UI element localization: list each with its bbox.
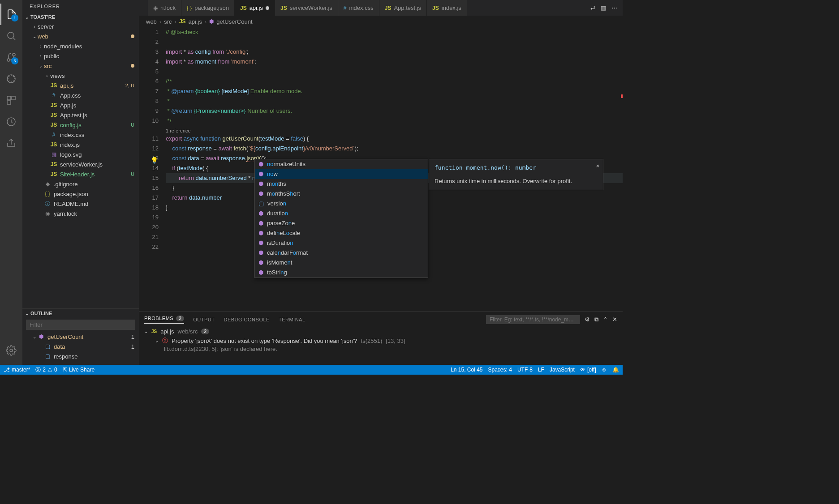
breadcrumb-item[interactable]: getUserCount [216, 18, 252, 25]
editor-body[interactable]: 12345678910111213141516171819202122 💡 //… [139, 27, 623, 311]
section-project[interactable]: ⌄TOAST'RE [22, 13, 139, 21]
activity-explorer[interactable]: 1 [0, 4, 22, 25]
tab-index-js[interactable]: JSindex.js [427, 0, 467, 16]
activity-timeline[interactable] [0, 111, 22, 132]
tree-item-index-css[interactable]: #index.css [22, 130, 139, 140]
status-eol[interactable]: LF [538, 367, 544, 373]
problems-filter-input[interactable] [486, 315, 580, 324]
tree-item-yarn-lock[interactable]: ◉yarn.lock [22, 209, 139, 218]
code-line[interactable]: * @param {boolean} [testMode] Enable dem… [166, 86, 623, 96]
tree-item--gitignore[interactable]: ◆.gitignore [22, 179, 139, 189]
status-encoding[interactable]: UTF-8 [517, 367, 533, 373]
code-line[interactable]: */ [166, 116, 623, 126]
problem-subitem[interactable]: lib.dom.d.ts[2230, 5]: 'json' is declare… [144, 346, 617, 352]
activity-scm[interactable]: 5 [0, 47, 22, 68]
suggest-item-now[interactable]: ⬢now [255, 169, 428, 179]
tree-item-server[interactable]: ›server [22, 21, 139, 31]
panel-tab-problems[interactable]: PROBLEMS2 [144, 316, 184, 324]
filter-settings-icon[interactable]: ⚙ [585, 316, 590, 323]
panel-maximize-icon[interactable]: ⌃ [603, 316, 608, 323]
status-bell[interactable]: 🔔 [612, 367, 619, 373]
tree-item-App-test-js[interactable]: JSApp.test.js [22, 110, 139, 120]
suggest-item-monthsShort[interactable]: ⬢monthsShort [255, 189, 428, 199]
activity-search[interactable] [0, 25, 22, 47]
status-liveshare[interactable]: ⇱Live Share [63, 367, 95, 373]
outline-item-response[interactable]: ▢response [22, 351, 139, 361]
outline-filter-input[interactable] [26, 320, 135, 330]
code-line[interactable]: /** [166, 77, 623, 86]
suggest-item-version[interactable]: ▢version [255, 199, 428, 209]
suggest-item-duration[interactable]: ⬢duration [255, 209, 428, 218]
tab-index-css[interactable]: #index.css [338, 0, 379, 16]
activity-share[interactable] [0, 132, 22, 154]
codelens[interactable]: 1 reference [166, 126, 623, 134]
tab-n-lock[interactable]: ◉n.lock [148, 0, 181, 16]
tab-serviceWorker-js[interactable]: JSserviceWorker.js [275, 0, 338, 16]
tree-item-src[interactable]: ⌄src [22, 61, 139, 71]
tree-item-logo-svg[interactable]: ▧logo.svg [22, 149, 139, 159]
suggest-item-months[interactable]: ⬢months [255, 179, 428, 189]
breadcrumb-item[interactable]: web [146, 18, 157, 25]
suggest-item-isMoment[interactable]: ⬢isMoment [255, 258, 428, 268]
tree-item-api-js[interactable]: JSapi.js2, U [22, 81, 139, 90]
status-lang[interactable]: JavaScript [550, 367, 575, 373]
split-icon[interactable]: ▥ [601, 4, 606, 11]
suggest-item-toString[interactable]: ⬢toString [255, 268, 428, 278]
collapse-all-icon[interactable]: ⧉ [594, 316, 598, 323]
tab-App-test-js[interactable]: JSApp.test.js [379, 0, 427, 16]
tree-item-README-md[interactable]: ⓘREADME.md [22, 199, 139, 209]
tree-item-public[interactable]: ›public [22, 51, 139, 61]
tree-item-App-css[interactable]: #App.css [22, 90, 139, 100]
tree-item-serviceWorker-js[interactable]: JSserviceWorker.js [22, 159, 139, 169]
suggest-item-defineLocale[interactable]: ⬢defineLocale [255, 228, 428, 238]
breadcrumbs[interactable]: web›src›JSapi.js›⬢getUserCount [139, 16, 623, 27]
more-icon[interactable]: ⋯ [611, 4, 617, 11]
activity-extensions[interactable] [0, 90, 22, 111]
close-icon[interactable]: × [596, 161, 599, 171]
panel-tab-output[interactable]: OUTPUT [193, 317, 215, 322]
breadcrumb-item[interactable]: src [164, 18, 172, 25]
tab-api-js[interactable]: JSapi.js [235, 0, 275, 16]
panel-close-icon[interactable]: ✕ [612, 316, 617, 323]
status-spaces[interactable]: Spaces: 4 [488, 367, 512, 373]
code-line[interactable]: import * as moment from 'moment'; [166, 57, 623, 67]
panel-tab-debug[interactable]: DEBUG CONSOLE [224, 317, 269, 322]
tree-item-SiteHeader-js[interactable]: JSSiteHeader.jsU [22, 169, 139, 179]
code-line[interactable]: import * as config from './config'; [166, 47, 623, 57]
tree-item-web[interactable]: ⌄web [22, 31, 139, 41]
code-line[interactable]: const response = await fetch(`${config.a… [166, 144, 623, 154]
code[interactable]: 💡 // @ts-checkimport * as config from '.… [166, 27, 623, 311]
problem-file-row[interactable]: ⌄ JS api.js web/src 2 [144, 327, 617, 336]
status-branch[interactable]: ⎇master* [4, 367, 30, 373]
activity-settings[interactable] [0, 340, 22, 361]
status-feedback[interactable]: ☺ [602, 367, 607, 373]
tree-item-App-js[interactable]: JSApp.js [22, 100, 139, 110]
lightbulb-icon[interactable]: 💡 [151, 155, 158, 165]
panel-tab-terminal[interactable]: TERMINAL [279, 317, 305, 322]
section-outline[interactable]: ⌄OUTLINE [22, 308, 139, 318]
outline-item-getUserCount[interactable]: ⌄⬢getUserCount1 [22, 332, 139, 342]
breadcrumb-item[interactable]: api.js [189, 18, 202, 25]
error-marker[interactable] [621, 94, 623, 98]
outline-item-data[interactable]: ▢data1 [22, 342, 139, 351]
status-errors[interactable]: ⓧ2 ⚠0 [35, 366, 57, 374]
code-line[interactable]: export async function getUserCount(testM… [166, 134, 623, 144]
tree-item-views[interactable]: ›views [22, 71, 139, 81]
tab-package-json[interactable]: { }package.json [181, 0, 235, 16]
suggest-widget[interactable]: ⬢normalizeUnits⬢now⬢months⬢monthsShort▢v… [254, 159, 428, 278]
suggest-item-isDuration[interactable]: ⬢isDuration [255, 238, 428, 248]
tree-item-config-js[interactable]: JSconfig.jsU [22, 120, 139, 130]
code-line[interactable]: // @ts-check [166, 27, 623, 37]
tree-item-node_modules[interactable]: ›node_modules [22, 41, 139, 51]
suggest-item-parseZone[interactable]: ⬢parseZone [255, 218, 428, 228]
suggest-item-calendarFormat[interactable]: ⬢calendarFormat [255, 248, 428, 258]
code-line[interactable]: * @return {Promise<number>} Number of us… [166, 106, 623, 116]
tree-item-index-js[interactable]: JSindex.js [22, 140, 139, 149]
code-line[interactable] [166, 67, 623, 77]
code-line[interactable]: * [166, 96, 623, 106]
problem-item[interactable]: ⌄ ⓧ Property 'jsonX' does not exist on t… [144, 336, 617, 346]
status-ts[interactable]: 👁[off] [580, 367, 596, 373]
tree-item-package-json[interactable]: { }package.json [22, 189, 139, 199]
status-lncol[interactable]: Ln 15, Col 45 [451, 367, 482, 373]
suggest-item-normalizeUnits[interactable]: ⬢normalizeUnits [255, 159, 428, 169]
